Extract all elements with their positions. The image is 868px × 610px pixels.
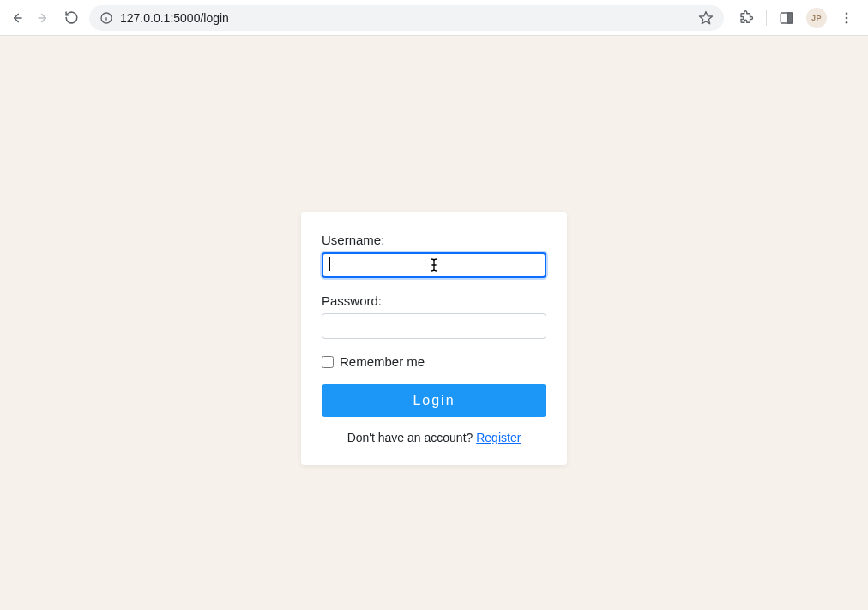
- page-content: Username: Password: Remember me Login Do…: [0, 36, 868, 465]
- side-panel-icon[interactable]: [779, 10, 794, 26]
- svg-marker-5: [700, 11, 713, 23]
- nav-icons: [9, 10, 79, 26]
- login-button[interactable]: Login: [322, 384, 546, 417]
- username-input[interactable]: [322, 252, 546, 278]
- bookmark-star-icon[interactable]: [698, 10, 714, 26]
- register-prompt-text: Don't have an account?: [347, 431, 477, 444]
- remember-me-checkbox[interactable]: [322, 356, 334, 368]
- ibeam-cursor-icon: [428, 257, 440, 273]
- login-card: Username: Password: Remember me Login Do…: [301, 212, 567, 465]
- username-label: Username:: [322, 233, 546, 247]
- menu-icon[interactable]: [839, 10, 854, 26]
- username-group: Username:: [322, 233, 546, 278]
- browser-chrome: 127.0.0.1:5000/login JP: [0, 0, 868, 36]
- back-button[interactable]: [9, 10, 24, 26]
- register-link[interactable]: Register: [476, 431, 521, 444]
- chrome-right-icons: JP: [738, 8, 859, 28]
- separator: [766, 10, 767, 26]
- svg-point-10: [846, 16, 848, 19]
- remember-me-group: Remember me: [322, 354, 546, 369]
- url-text: 127.0.0.1:5000/login: [120, 11, 691, 25]
- password-group: Password:: [322, 293, 546, 339]
- svg-point-11: [846, 21, 848, 23]
- svg-point-9: [846, 12, 848, 15]
- address-bar[interactable]: 127.0.0.1:5000/login: [89, 5, 724, 31]
- password-input[interactable]: [322, 313, 546, 339]
- register-prompt: Don't have an account? Register: [322, 431, 546, 444]
- text-caret: [329, 257, 330, 271]
- profile-avatar[interactable]: JP: [806, 8, 827, 28]
- password-label: Password:: [322, 293, 546, 308]
- extensions-icon[interactable]: [738, 10, 754, 26]
- forward-button[interactable]: [36, 10, 51, 26]
- reload-button[interactable]: [63, 10, 79, 26]
- svg-rect-8: [788, 13, 793, 23]
- remember-me-label: Remember me: [340, 354, 425, 369]
- site-info-icon[interactable]: [99, 11, 113, 25]
